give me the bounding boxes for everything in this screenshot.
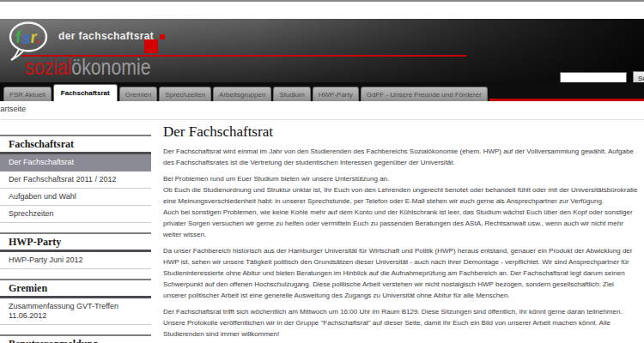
nav-tabs: FSR AktuellFachschaftsratGremienSprechze… <box>3 84 489 101</box>
page: fsr. der fachschaftsrat sozialökonomie S… <box>0 0 644 343</box>
red-square-small-icon <box>160 34 165 39</box>
tab-hwp-party[interactable]: HWP-Party <box>313 87 359 101</box>
sidebar-section-title: HWP-Party <box>0 234 151 252</box>
sidebar-section-fachschaftsrat: FachschaftsratDer FachschaftsratDer Fach… <box>0 135 151 223</box>
paragraph: Der Fachschaftsrat trifft sich wöchentli… <box>163 306 644 340</box>
tab-arbeitsgruppen[interactable]: Arbeitsgruppen <box>213 87 271 101</box>
tab-fsr-aktuell[interactable]: FSR Aktuell <box>3 87 52 101</box>
sidebar-item-zusammenfassung-gvt-treffen-11-06-2012[interactable]: Zusammenfassung GVT-Treffen 11.06.2012 <box>0 298 151 325</box>
article-body: Der Fachschaftsrat wird einmal im Jahr v… <box>163 146 644 340</box>
sidebar-section-benutzeranmeldung: Benutzeranmeldung <box>0 334 151 343</box>
sidebar-item-sprechzeiten[interactable]: Sprechzeiten <box>0 206 151 223</box>
main-content: Der Fachschaftsrat Der Fachschaftsrat wi… <box>163 123 644 343</box>
paragraph: Bei Problemen rund um Euer Studium biete… <box>163 173 644 240</box>
sidebar-item-hwp-party-juni-2012[interactable]: HWP-Party Juni 2012 <box>0 252 151 269</box>
sidebar-item-der-fachschaftsrat[interactable]: Der Fachschaftsrat <box>0 154 151 172</box>
sidebar-section-title: Fachschaftsrat <box>0 136 151 154</box>
nav-red-underline <box>489 99 644 101</box>
tab-studium[interactable]: Studium <box>273 87 310 101</box>
page-title: Der Fachschaftsrat <box>163 123 644 141</box>
brand-wordmark: sozialökonomie <box>25 55 150 80</box>
sidebar-section-hwp-party: HWP-PartyHWP-Party Juni 2012 <box>0 232 151 269</box>
site-tagline: der fachschaftsrat <box>58 30 154 42</box>
red-square-icon <box>144 39 158 53</box>
sidebar-item-der-fachschaftsrat-2011-2012[interactable]: Der Fachschaftsrat 2011 / 2012 <box>0 172 151 189</box>
brand-oekonomie: ökonomie <box>71 55 150 79</box>
sidebar-item-aufgaben-und-wahl[interactable]: Aufgaben und Wahl <box>0 189 151 206</box>
paragraph: Der Fachschaftsrat wird einmal im Jahr v… <box>163 146 644 168</box>
brand-sozial: sozial <box>25 55 71 79</box>
sidebar-section-gremien: GremienZusammenfassung GVT-Treffen 11.06… <box>0 279 151 325</box>
breadcrumb[interactable]: Startseite <box>0 105 26 113</box>
tab-sprechzeiten[interactable]: Sprechzeiten <box>159 87 211 101</box>
main-navigation: FSR AktuellFachschaftsratGremienSprechze… <box>0 82 644 101</box>
tab-gdff-unsere-freunde-und-förderer[interactable]: GdFF - Unsere Freunde und Förderer <box>361 87 488 101</box>
white-strip <box>0 2 644 19</box>
sidebar-section-title: Benutzeranmeldung <box>0 336 151 343</box>
tab-gremien[interactable]: Gremien <box>119 87 158 101</box>
site-header: fsr. der fachschaftsrat sozialökonomie S… <box>0 19 644 82</box>
breadcrumb-divider <box>0 119 644 120</box>
tab-fachschaftsrat[interactable]: Fachschaftsrat <box>53 84 118 101</box>
sidebar: FachschaftsratDer FachschaftsratDer Fach… <box>0 135 151 343</box>
sidebar-section-title: Gremien <box>0 280 151 298</box>
paragraph: Da unser Fachbereich historisch aus der … <box>163 245 644 301</box>
svg-text:fsr.: fsr. <box>14 27 40 47</box>
